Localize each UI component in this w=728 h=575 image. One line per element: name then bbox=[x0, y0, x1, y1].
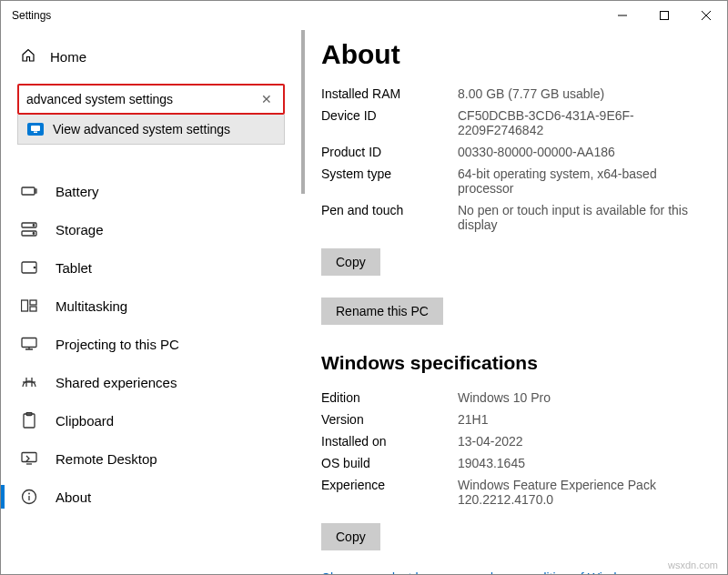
sidebar-item-label: Storage bbox=[56, 222, 104, 237]
sidebar-item-label: Shared experiences bbox=[56, 375, 177, 390]
spec-row: Version21H1 bbox=[321, 409, 713, 430]
spec-row: Installed on13-04-2022 bbox=[321, 430, 713, 452]
battery-icon bbox=[21, 183, 37, 199]
scrollbar-thumb[interactable] bbox=[301, 30, 305, 194]
sidebar-item-label: About bbox=[56, 489, 91, 505]
home-label: Home bbox=[50, 49, 86, 65]
spec-value: No pen or touch input is available for t… bbox=[458, 203, 713, 232]
windows-spec-title: Windows specifications bbox=[321, 352, 713, 374]
page-title: About bbox=[321, 39, 713, 70]
search-suggestions: View advanced system settings bbox=[17, 115, 285, 145]
remote-icon bbox=[21, 450, 37, 467]
change-product-key-link[interactable]: Change product key or upgrade your editi… bbox=[321, 570, 639, 574]
sidebar-item-battery[interactable]: Battery bbox=[1, 172, 301, 210]
spec-row: Pen and touchNo pen or touch input is av… bbox=[321, 199, 713, 236]
sidebar-item-about[interactable]: About bbox=[1, 478, 301, 516]
maximize-button[interactable] bbox=[643, 1, 685, 30]
spec-key: Experience bbox=[321, 478, 458, 507]
device-specs-table: Installed RAM8.00 GB (7.77 GB usable)Dev… bbox=[321, 83, 713, 236]
svg-rect-16 bbox=[30, 307, 36, 311]
svg-rect-17 bbox=[22, 338, 36, 348]
svg-point-11 bbox=[33, 233, 35, 235]
suggestion-item[interactable]: View advanced system settings bbox=[18, 115, 284, 144]
svg-point-25 bbox=[28, 493, 30, 495]
svg-point-10 bbox=[33, 225, 35, 227]
watermark: wsxdn.com bbox=[668, 560, 718, 570]
spec-row: Installed RAM8.00 GB (7.77 GB usable) bbox=[321, 83, 713, 105]
spec-key: Device ID bbox=[321, 108, 458, 137]
window-controls bbox=[602, 1, 727, 30]
spec-key: Edition bbox=[321, 390, 458, 405]
svg-rect-6 bbox=[22, 187, 35, 195]
sidebar-item-tablet[interactable]: Tablet bbox=[1, 248, 301, 287]
spec-key: Pen and touch bbox=[321, 203, 458, 232]
svg-rect-1 bbox=[661, 12, 669, 20]
svg-rect-14 bbox=[22, 300, 28, 311]
sidebar-item-label: Multitasking bbox=[56, 298, 127, 314]
svg-rect-15 bbox=[30, 300, 36, 305]
spec-row: Product ID00330-80000-00000-AA186 bbox=[321, 141, 713, 163]
spec-key: Product ID bbox=[321, 145, 458, 159]
svg-rect-5 bbox=[34, 132, 37, 134]
nav-list: BatteryStorageTabletMultitaskingProjecti… bbox=[1, 172, 301, 516]
titlebar: Settings bbox=[1, 1, 727, 30]
sidebar-item-remote[interactable]: Remote Desktop bbox=[1, 439, 301, 478]
monitor-icon bbox=[27, 123, 44, 136]
spec-value: 21H1 bbox=[458, 412, 713, 427]
shared-icon bbox=[21, 374, 37, 390]
storage-icon bbox=[21, 221, 37, 237]
projecting-icon bbox=[21, 336, 37, 352]
spec-key: Installed RAM bbox=[321, 86, 458, 101]
window-title: Settings bbox=[12, 9, 51, 22]
spec-value: 19043.1645 bbox=[458, 456, 713, 470]
spec-row: EditionWindows 10 Pro bbox=[321, 387, 713, 409]
content-area: About Installed RAM8.00 GB (7.77 GB usab… bbox=[301, 30, 727, 574]
spec-value: 64-bit operating system, x64-based proce… bbox=[458, 166, 713, 196]
sidebar-item-multitasking[interactable]: Multitasking bbox=[1, 287, 301, 325]
spec-row: OS build19043.1645 bbox=[321, 452, 713, 474]
home-nav[interactable]: Home bbox=[1, 39, 301, 75]
copy-windows-button[interactable]: Copy bbox=[321, 523, 380, 550]
spec-key: Installed on bbox=[321, 434, 458, 449]
spec-row: System type64-bit operating system, x64-… bbox=[321, 163, 713, 199]
sidebar-item-shared[interactable]: Shared experiences bbox=[1, 363, 301, 401]
search-box[interactable]: ✕ bbox=[17, 84, 285, 115]
sidebar-item-clipboard[interactable]: Clipboard bbox=[1, 401, 301, 439]
sidebar-item-projecting[interactable]: Projecting to this PC bbox=[1, 325, 301, 363]
spec-value: 00330-80000-00000-AA186 bbox=[458, 145, 713, 159]
minimize-button[interactable] bbox=[602, 1, 643, 30]
home-icon bbox=[21, 48, 35, 66]
clear-search-icon[interactable]: ✕ bbox=[258, 88, 276, 110]
svg-point-13 bbox=[34, 267, 35, 267]
sidebar-item-label: Remote Desktop bbox=[56, 451, 157, 467]
tablet-icon bbox=[21, 259, 37, 276]
spec-row: ExperienceWindows Feature Experience Pac… bbox=[321, 474, 713, 510]
about-icon bbox=[21, 489, 37, 505]
sidebar-item-label: Battery bbox=[56, 184, 99, 199]
svg-rect-23 bbox=[22, 453, 36, 462]
spec-value: Windows Feature Experience Pack 120.2212… bbox=[458, 478, 713, 507]
spec-value: Windows 10 Pro bbox=[458, 390, 713, 405]
svg-rect-7 bbox=[35, 189, 37, 193]
close-button[interactable] bbox=[685, 1, 727, 30]
multitasking-icon bbox=[21, 298, 37, 314]
rename-pc-button[interactable]: Rename this PC bbox=[321, 298, 443, 325]
spec-value: 8.00 GB (7.77 GB usable) bbox=[458, 86, 713, 101]
spec-key: System type bbox=[321, 166, 458, 196]
sidebar: Home ✕ View advanced system settings Bat… bbox=[1, 30, 301, 574]
sidebar-item-storage[interactable]: Storage bbox=[1, 210, 301, 248]
svg-rect-4 bbox=[31, 126, 40, 131]
search-input[interactable] bbox=[26, 92, 258, 106]
spec-value: CF50DCBB-3CD6-431A-9E6F-2209F2746842 bbox=[458, 108, 713, 137]
windows-specs-table: EditionWindows 10 ProVersion21H1Installe… bbox=[321, 387, 713, 510]
copy-device-button[interactable]: Copy bbox=[321, 248, 380, 276]
sidebar-item-label: Tablet bbox=[56, 260, 92, 276]
svg-rect-21 bbox=[24, 414, 35, 428]
spec-row: Device IDCF50DCBB-3CD6-431A-9E6F-2209F27… bbox=[321, 105, 713, 141]
spec-key: Version bbox=[321, 412, 458, 427]
suggestion-label: View advanced system settings bbox=[53, 122, 230, 136]
sidebar-item-label: Clipboard bbox=[56, 413, 114, 429]
spec-value: 13-04-2022 bbox=[458, 434, 713, 449]
sidebar-item-label: Projecting to this PC bbox=[56, 337, 179, 352]
clipboard-icon bbox=[21, 412, 37, 429]
